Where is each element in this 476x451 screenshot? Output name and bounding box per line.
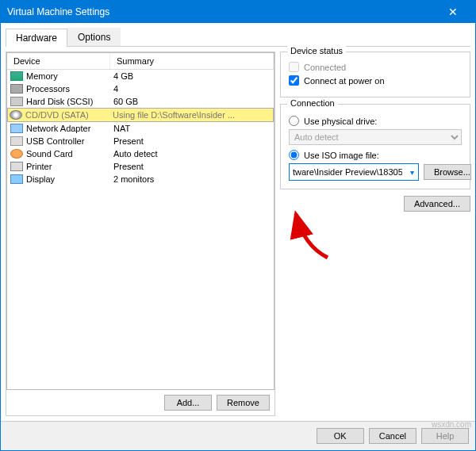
dialog-buttons: OK Cancel Help	[1, 421, 475, 450]
use-physical-radio[interactable]	[289, 116, 299, 126]
usb-icon	[10, 136, 23, 146]
cpu-icon	[10, 84, 23, 94]
col-device[interactable]: Device	[7, 53, 110, 69]
hdd-icon	[10, 97, 23, 106]
chevron-down-icon[interactable]: ▾	[405, 168, 418, 177]
use-physical-label: Use physical drive:	[304, 117, 377, 126]
annotation-arrow-icon	[272, 202, 336, 266]
memory-icon	[10, 71, 23, 81]
window-title: Virtual Machine Settings	[7, 6, 437, 17]
device-summary: Present	[113, 136, 271, 146]
use-physical-row[interactable]: Use physical drive:	[289, 116, 462, 126]
browse-button[interactable]: Browse...	[424, 164, 471, 180]
table-row[interactable]: Memory 4 GB	[7, 70, 274, 82]
device-panel: Device Summary Memory 4 GB Processors 4 …	[6, 52, 275, 416]
ok-button[interactable]: OK	[317, 428, 364, 444]
connected-label: Connected	[304, 63, 346, 72]
device-name: Network Adapter	[26, 124, 90, 133]
device-summary: 4 GB	[113, 71, 271, 81]
close-icon[interactable]: ✕	[437, 6, 469, 18]
use-iso-label: Use ISO image file:	[304, 151, 379, 160]
device-status-group: Device status Connected Connect at power…	[280, 52, 470, 97]
device-name: Display	[26, 174, 55, 184]
cancel-button[interactable]: Cancel	[369, 428, 416, 444]
tab-options[interactable]: Options	[67, 28, 121, 46]
device-name: Memory	[26, 71, 58, 81]
device-name: CD/DVD (SATA)	[25, 110, 89, 120]
col-summary[interactable]: Summary	[110, 53, 274, 69]
connection-legend: Connection	[287, 98, 338, 108]
use-iso-row[interactable]: Use ISO image file:	[289, 150, 462, 160]
connect-poweron-checkbox[interactable]	[289, 75, 299, 86]
device-summary: Present	[113, 162, 271, 171]
device-name: Sound Card	[26, 149, 73, 159]
display-icon	[10, 174, 23, 184]
tab-hardware[interactable]: Hardware	[6, 29, 67, 47]
device-summary: 4	[113, 84, 271, 94]
connected-checkbox-row: Connected	[289, 62, 462, 72]
device-summary: Using file D:\Software\Insider ...	[113, 110, 271, 120]
network-icon	[10, 124, 23, 133]
table-row[interactable]: Printer Present	[7, 160, 274, 173]
table-row[interactable]: Network Adapter NAT	[7, 122, 274, 135]
advanced-button[interactable]: Advanced...	[404, 196, 470, 212]
device-summary: 60 GB	[113, 97, 271, 106]
device-summary: Auto detect	[113, 149, 271, 159]
device-summary: NAT	[113, 124, 271, 133]
table-row[interactable]: Sound Card Auto detect	[7, 147, 274, 160]
device-name: Processors	[26, 84, 70, 94]
device-table: Device Summary Memory 4 GB Processors 4 …	[6, 52, 274, 390]
device-summary: 2 monitors	[113, 174, 271, 184]
table-row[interactable]: Display 2 monitors	[7, 173, 274, 185]
connect-poweron-label: Connect at power on	[304, 76, 385, 86]
device-name: Printer	[26, 162, 52, 171]
connected-checkbox	[289, 62, 299, 72]
cd-icon	[10, 110, 22, 120]
table-row[interactable]: Hard Disk (SCSI) 60 GB	[7, 95, 274, 108]
device-name: USB Controller	[26, 136, 84, 146]
use-iso-radio[interactable]	[289, 150, 299, 160]
iso-path-input[interactable]	[290, 167, 405, 177]
remove-button[interactable]: Remove	[217, 395, 270, 411]
printer-icon	[10, 162, 23, 171]
table-row[interactable]: Processors 4	[7, 82, 274, 95]
titlebar: Virtual Machine Settings ✕	[1, 1, 475, 23]
device-name: Hard Disk (SCSI)	[26, 97, 93, 106]
watermark: wsxdn.com	[432, 420, 471, 429]
table-row[interactable]: USB Controller Present	[7, 135, 274, 147]
connect-poweron-row[interactable]: Connect at power on	[289, 75, 462, 86]
help-button[interactable]: Help	[421, 428, 469, 444]
connection-group: Connection Use physical drive: Auto dete…	[280, 104, 470, 189]
device-status-legend: Device status	[287, 46, 346, 55]
table-row[interactable]: CD/DVD (SATA) Using file D:\Software\Ins…	[7, 108, 274, 122]
sound-icon	[10, 149, 23, 159]
tabs: Hardware Options	[6, 28, 470, 47]
physical-drive-select: Auto detect	[289, 129, 462, 145]
iso-path-combo[interactable]: ▾	[289, 163, 419, 181]
add-button[interactable]: Add...	[164, 395, 212, 411]
